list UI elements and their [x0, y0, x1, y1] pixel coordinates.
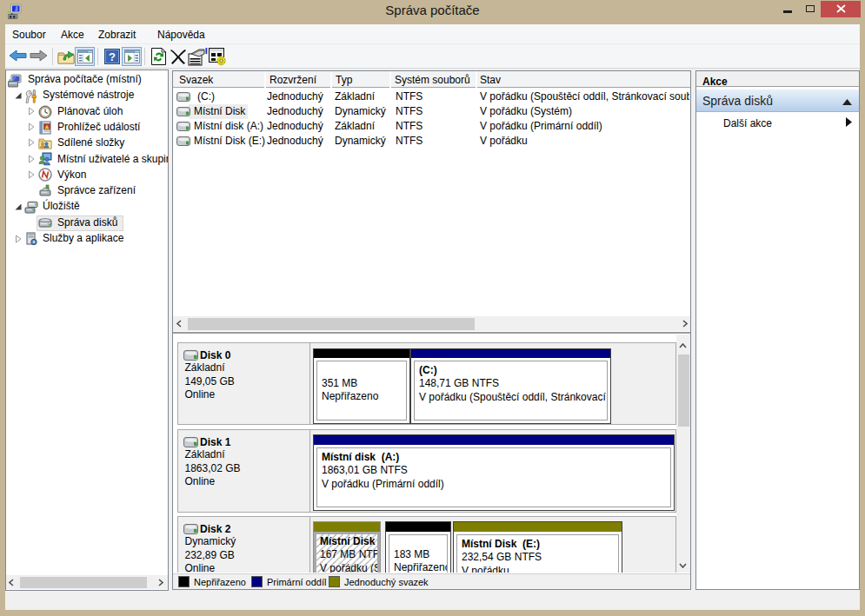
- svg-text:?: ?: [109, 50, 116, 63]
